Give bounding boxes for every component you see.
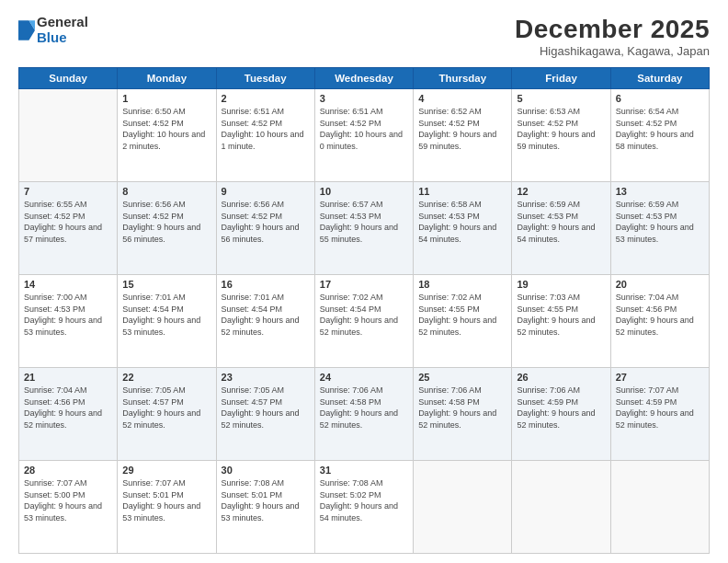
calendar-cell: 24Sunrise: 7:06 AMSunset: 4:58 PMDayligh… bbox=[314, 368, 413, 461]
header: General Blue December 2025 Higashikagawa… bbox=[18, 15, 710, 58]
calendar-day-header: Wednesday bbox=[314, 68, 413, 89]
calendar-cell: 25Sunrise: 7:06 AMSunset: 4:58 PMDayligh… bbox=[414, 368, 512, 461]
title-block: December 2025 Higashikagawa, Kagawa, Jap… bbox=[515, 15, 710, 58]
calendar-cell: 9Sunrise: 6:56 AMSunset: 4:52 PMDaylight… bbox=[216, 182, 314, 275]
day-info: Sunrise: 6:59 AMSunset: 4:53 PMDaylight:… bbox=[616, 199, 704, 245]
day-info: Sunrise: 7:07 AMSunset: 5:01 PMDaylight:… bbox=[122, 477, 210, 523]
day-info: Sunrise: 7:08 AMSunset: 5:01 PMDaylight:… bbox=[222, 477, 310, 523]
calendar-day-header: Friday bbox=[512, 68, 610, 89]
day-number: 27 bbox=[616, 372, 704, 383]
day-info: Sunrise: 6:53 AMSunset: 4:52 PMDaylight:… bbox=[517, 106, 605, 152]
day-number: 10 bbox=[320, 186, 408, 197]
day-info: Sunrise: 6:59 AMSunset: 4:53 PMDaylight:… bbox=[517, 199, 605, 245]
day-info: Sunrise: 7:07 AMSunset: 4:59 PMDaylight:… bbox=[616, 385, 704, 431]
day-info: Sunrise: 6:54 AMSunset: 4:52 PMDaylight:… bbox=[616, 106, 704, 152]
calendar-cell: 10Sunrise: 6:57 AMSunset: 4:53 PMDayligh… bbox=[314, 182, 413, 275]
day-info: Sunrise: 6:51 AMSunset: 4:52 PMDaylight:… bbox=[320, 106, 408, 152]
day-number: 23 bbox=[222, 372, 310, 383]
day-number: 4 bbox=[418, 93, 506, 104]
calendar-cell: 6Sunrise: 6:54 AMSunset: 4:52 PMDaylight… bbox=[610, 89, 709, 182]
day-number: 19 bbox=[517, 279, 605, 290]
calendar-day-header: Thursday bbox=[414, 68, 512, 89]
day-number: 28 bbox=[24, 465, 112, 476]
day-number: 25 bbox=[418, 372, 506, 383]
calendar-day-header: Sunday bbox=[19, 68, 118, 89]
day-info: Sunrise: 7:08 AMSunset: 5:02 PMDaylight:… bbox=[320, 477, 408, 523]
calendar-cell: 15Sunrise: 7:01 AMSunset: 4:54 PMDayligh… bbox=[118, 275, 216, 368]
day-info: Sunrise: 7:02 AMSunset: 4:54 PMDaylight:… bbox=[320, 292, 408, 338]
day-info: Sunrise: 6:51 AMSunset: 4:52 PMDaylight:… bbox=[222, 106, 310, 152]
day-number: 22 bbox=[122, 372, 210, 383]
calendar-cell: 28Sunrise: 7:07 AMSunset: 5:00 PMDayligh… bbox=[19, 461, 118, 554]
logo-icon bbox=[18, 20, 35, 40]
calendar-week-row: 7Sunrise: 6:55 AMSunset: 4:52 PMDaylight… bbox=[19, 182, 710, 275]
calendar-day-header: Tuesday bbox=[216, 68, 314, 89]
calendar-cell: 17Sunrise: 7:02 AMSunset: 4:54 PMDayligh… bbox=[314, 275, 413, 368]
calendar-cell: 21Sunrise: 7:04 AMSunset: 4:56 PMDayligh… bbox=[19, 368, 118, 461]
calendar-cell: 3Sunrise: 6:51 AMSunset: 4:52 PMDaylight… bbox=[314, 89, 413, 182]
calendar-week-row: 14Sunrise: 7:00 AMSunset: 4:53 PMDayligh… bbox=[19, 275, 710, 368]
day-number: 12 bbox=[517, 186, 605, 197]
day-info: Sunrise: 6:58 AMSunset: 4:53 PMDaylight:… bbox=[418, 199, 506, 245]
calendar-day-header: Monday bbox=[118, 68, 216, 89]
day-number: 15 bbox=[122, 279, 210, 290]
day-info: Sunrise: 6:52 AMSunset: 4:52 PMDaylight:… bbox=[418, 106, 506, 152]
calendar-cell: 18Sunrise: 7:02 AMSunset: 4:55 PMDayligh… bbox=[414, 275, 512, 368]
day-info: Sunrise: 7:05 AMSunset: 4:57 PMDaylight:… bbox=[122, 385, 210, 431]
day-number: 7 bbox=[24, 186, 112, 197]
day-number: 8 bbox=[122, 186, 210, 197]
day-info: Sunrise: 7:03 AMSunset: 4:55 PMDaylight:… bbox=[517, 292, 605, 338]
day-number: 9 bbox=[222, 186, 310, 197]
month-title: December 2025 bbox=[515, 15, 710, 44]
calendar-cell: 12Sunrise: 6:59 AMSunset: 4:53 PMDayligh… bbox=[512, 182, 610, 275]
day-info: Sunrise: 7:00 AMSunset: 4:53 PMDaylight:… bbox=[24, 292, 112, 338]
day-info: Sunrise: 6:55 AMSunset: 4:52 PMDaylight:… bbox=[24, 199, 112, 245]
page: General Blue December 2025 Higashikagawa… bbox=[0, 0, 728, 563]
day-number: 3 bbox=[320, 93, 408, 104]
calendar-cell: 29Sunrise: 7:07 AMSunset: 5:01 PMDayligh… bbox=[118, 461, 216, 554]
day-number: 20 bbox=[616, 279, 704, 290]
day-number: 17 bbox=[320, 279, 408, 290]
calendar-cell: 8Sunrise: 6:56 AMSunset: 4:52 PMDaylight… bbox=[118, 182, 216, 275]
day-info: Sunrise: 7:02 AMSunset: 4:55 PMDaylight:… bbox=[418, 292, 506, 338]
calendar-cell: 31Sunrise: 7:08 AMSunset: 5:02 PMDayligh… bbox=[314, 461, 413, 554]
day-number: 24 bbox=[320, 372, 408, 383]
day-info: Sunrise: 6:50 AMSunset: 4:52 PMDaylight:… bbox=[122, 106, 210, 152]
calendar-header-row: SundayMondayTuesdayWednesdayThursdayFrid… bbox=[19, 68, 710, 89]
calendar-cell: 4Sunrise: 6:52 AMSunset: 4:52 PMDaylight… bbox=[414, 89, 512, 182]
day-info: Sunrise: 7:06 AMSunset: 4:58 PMDaylight:… bbox=[418, 385, 506, 431]
calendar-cell: 2Sunrise: 6:51 AMSunset: 4:52 PMDaylight… bbox=[216, 89, 314, 182]
day-number: 29 bbox=[122, 465, 210, 476]
day-number: 16 bbox=[222, 279, 310, 290]
location: Higashikagawa, Kagawa, Japan bbox=[515, 44, 710, 58]
logo: General Blue bbox=[18, 15, 88, 45]
day-number: 11 bbox=[418, 186, 506, 197]
calendar-cell: 27Sunrise: 7:07 AMSunset: 4:59 PMDayligh… bbox=[610, 368, 709, 461]
calendar-cell: 20Sunrise: 7:04 AMSunset: 4:56 PMDayligh… bbox=[610, 275, 709, 368]
calendar-cell: 16Sunrise: 7:01 AMSunset: 4:54 PMDayligh… bbox=[216, 275, 314, 368]
day-number: 31 bbox=[320, 465, 408, 476]
calendar-week-row: 1Sunrise: 6:50 AMSunset: 4:52 PMDaylight… bbox=[19, 89, 710, 182]
calendar-cell bbox=[414, 461, 512, 554]
logo-general: General bbox=[37, 15, 88, 30]
logo-text: General Blue bbox=[37, 15, 88, 45]
day-number: 13 bbox=[616, 186, 704, 197]
logo-blue: Blue bbox=[37, 30, 88, 46]
day-number: 5 bbox=[517, 93, 605, 104]
calendar-cell bbox=[610, 461, 709, 554]
calendar-cell: 19Sunrise: 7:03 AMSunset: 4:55 PMDayligh… bbox=[512, 275, 610, 368]
calendar-cell: 30Sunrise: 7:08 AMSunset: 5:01 PMDayligh… bbox=[216, 461, 314, 554]
calendar-cell: 13Sunrise: 6:59 AMSunset: 4:53 PMDayligh… bbox=[610, 182, 709, 275]
calendar-week-row: 21Sunrise: 7:04 AMSunset: 4:56 PMDayligh… bbox=[19, 368, 710, 461]
calendar-cell: 26Sunrise: 7:06 AMSunset: 4:59 PMDayligh… bbox=[512, 368, 610, 461]
day-number: 18 bbox=[418, 279, 506, 290]
calendar-cell bbox=[512, 461, 610, 554]
day-info: Sunrise: 7:05 AMSunset: 4:57 PMDaylight:… bbox=[222, 385, 310, 431]
calendar-cell: 22Sunrise: 7:05 AMSunset: 4:57 PMDayligh… bbox=[118, 368, 216, 461]
day-number: 2 bbox=[222, 93, 310, 104]
day-number: 26 bbox=[517, 372, 605, 383]
calendar-cell: 23Sunrise: 7:05 AMSunset: 4:57 PMDayligh… bbox=[216, 368, 314, 461]
day-info: Sunrise: 7:01 AMSunset: 4:54 PMDaylight:… bbox=[122, 292, 210, 338]
day-info: Sunrise: 7:07 AMSunset: 5:00 PMDaylight:… bbox=[24, 477, 112, 523]
day-info: Sunrise: 7:04 AMSunset: 4:56 PMDaylight:… bbox=[24, 385, 112, 431]
